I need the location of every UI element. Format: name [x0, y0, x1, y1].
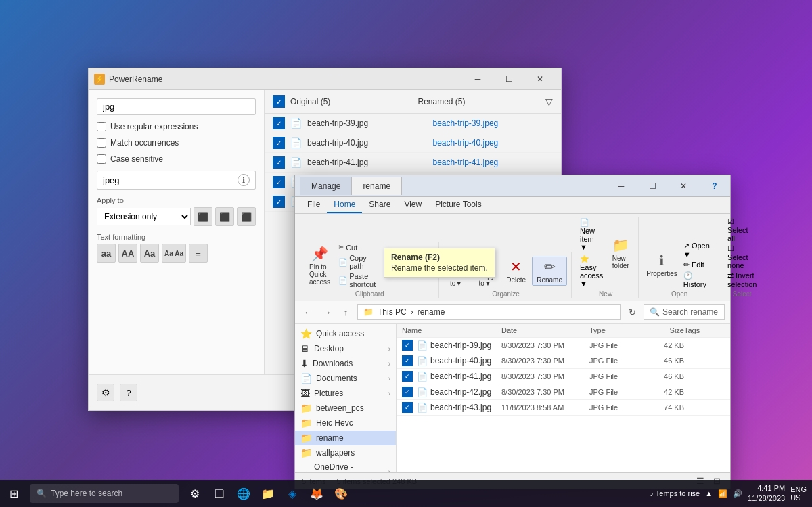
- format-lowercase-button[interactable]: aa: [97, 244, 116, 263]
- format-capitalize-button[interactable]: Aa: [140, 244, 159, 263]
- edit-button[interactable]: ✏ Edit: [681, 260, 715, 270]
- info-button[interactable]: ℹ: [238, 174, 250, 186]
- explorer-address-bar: ← → ↑ 📁 This PC › rename ↻ 🔍 Search rena…: [295, 301, 730, 324]
- table-row[interactable]: ✓ 📄 beach-trip-41.jpg beach-trip-41.jpeg: [265, 153, 561, 173]
- taskbar-date-display: 11/28/2023: [748, 493, 785, 504]
- new-item-button[interactable]: 📄 New item ▼: [577, 217, 606, 252]
- search-box[interactable]: 🔍 Search rename: [644, 304, 725, 320]
- sidebar-item[interactable]: ☁ OneDrive - Personal ›: [295, 460, 396, 472]
- open-icon: ↗: [683, 242, 690, 250]
- table-row[interactable]: ✓ 📄 beach-trip-40.jpg beach-trip-40.jpeg: [265, 133, 561, 153]
- use-regex-checkbox[interactable]: [97, 122, 106, 131]
- format-uppercase-button[interactable]: AA: [118, 244, 137, 263]
- sidebar-item[interactable]: 🖥 Desktop ›: [295, 341, 396, 356]
- help-button[interactable]: ?: [120, 384, 137, 401]
- case-sensitive-checkbox[interactable]: [97, 154, 106, 164]
- format-btn-1[interactable]: ⬛: [194, 207, 212, 226]
- address-path[interactable]: 📁 This PC › rename: [357, 304, 621, 320]
- search-input[interactable]: [103, 102, 250, 112]
- format-titlecase-button[interactable]: Aa Aa: [162, 244, 186, 263]
- explorer-maximize-button[interactable]: ☐: [637, 175, 668, 197]
- filter-icon[interactable]: ▽: [545, 96, 553, 107]
- ribbon-tab-view[interactable]: View: [397, 197, 428, 213]
- sidebar-item[interactable]: 📁 rename: [295, 431, 396, 445]
- taskbar-clock[interactable]: 4:41 PM 11/28/2023: [748, 483, 785, 504]
- paste-shortcut-icon: 📄: [338, 276, 348, 285]
- forward-button[interactable]: →: [319, 305, 334, 319]
- taskbar-vscode-icon[interactable]: ◈: [281, 483, 303, 504]
- ribbon-tab-share[interactable]: Share: [362, 197, 397, 213]
- taskbar-file-explorer-icon[interactable]: 📁: [257, 483, 279, 504]
- table-row[interactable]: ✓ 📄 beach-trip-43.jpg 11/8/2023 8:58 AM …: [397, 400, 730, 416]
- sidebar-item-label: between_pcs: [316, 403, 390, 413]
- replace-input[interactable]: [103, 175, 238, 185]
- file-size: 46 KB: [644, 372, 684, 380]
- start-button[interactable]: ⊞: [0, 480, 27, 507]
- format-btn-2[interactable]: ⬛: [215, 207, 234, 226]
- taskbar-tray-arrow[interactable]: ▲: [705, 489, 713, 498]
- sidebar-item-label: OneDrive - Personal: [314, 462, 384, 472]
- rename-button[interactable]: ✏ Rename: [532, 257, 567, 286]
- taskbar-edge-icon[interactable]: 🌐: [233, 483, 254, 504]
- taskbar-paint-icon[interactable]: 🎨: [330, 483, 352, 504]
- table-row[interactable]: ✓ 📄 beach-trip-40.jpg 8/30/2023 7:30 PM …: [397, 353, 730, 369]
- settings-button[interactable]: ⚙: [97, 384, 114, 401]
- paste-shortcut-button[interactable]: 📄 Paste shortcut: [336, 271, 378, 289]
- taskbar-task-view-icon[interactable]: ❑: [208, 483, 230, 504]
- refresh-button[interactable]: ↻: [625, 305, 639, 319]
- invert-selection-button[interactable]: ⇄ Invert selection: [725, 271, 759, 289]
- sidebar-item[interactable]: 📄 Documents ›: [295, 371, 396, 386]
- taskbar-volume-icon[interactable]: 🔊: [733, 489, 742, 498]
- up-button[interactable]: ↑: [338, 305, 353, 319]
- row-check: ✓: [273, 176, 285, 188]
- format-btn-3[interactable]: ⬛: [237, 207, 256, 226]
- file-icon: 📄: [417, 403, 428, 413]
- file-icon: 📄: [417, 356, 428, 366]
- taskbar-network-icon[interactable]: 📶: [718, 489, 727, 498]
- explorer-tab-rename[interactable]: rename: [352, 177, 402, 195]
- sidebar-item[interactable]: 📁 Heic Hevc: [295, 416, 396, 431]
- copy-path-button[interactable]: 📄 Copy path: [336, 253, 378, 271]
- sidebar-item[interactable]: 🖼 Pictures ›: [295, 386, 396, 401]
- match-occurrences-checkbox[interactable]: [97, 138, 106, 148]
- pin-to-quick-access-button[interactable]: 📌 Pin to Quickaccess: [304, 244, 335, 288]
- sidebar-item[interactable]: ⬇ Downloads ›: [295, 356, 396, 371]
- table-row[interactable]: ✓ 📄 beach-trip-39.jpg 8/30/2023 7:30 PM …: [397, 338, 730, 353]
- taskbar-settings-icon[interactable]: ⚙: [184, 483, 206, 504]
- history-button[interactable]: 🕐 History: [681, 271, 715, 289]
- back-button[interactable]: ←: [300, 305, 315, 319]
- close-button[interactable]: ✕: [524, 68, 556, 90]
- format-other-button[interactable]: ≡: [189, 244, 208, 263]
- maximize-button[interactable]: ☐: [493, 68, 524, 90]
- cut-button[interactable]: ✂ Cut: [336, 242, 378, 252]
- sidebar-item[interactable]: 📁 wallpapers: [295, 445, 396, 460]
- explorer-minimize-button[interactable]: ─: [606, 175, 637, 197]
- explorer-help-button[interactable]: ?: [699, 175, 730, 197]
- table-row[interactable]: ✓ 📄 beach-trip-39.jpg beach-trip-39.jpeg: [265, 114, 561, 133]
- ribbon-tab-picture-tools[interactable]: Picture Tools: [428, 197, 488, 213]
- ribbon-tab-home[interactable]: Home: [327, 197, 362, 213]
- sidebar-expand-arrow: ›: [388, 345, 390, 353]
- text-formatting-label: Text formatting: [97, 233, 256, 241]
- open-button[interactable]: ↗ Open ▼: [681, 241, 715, 259]
- table-row[interactable]: ✓ 📄 beach-trip-41.jpg 8/30/2023 7:30 PM …: [397, 369, 730, 384]
- properties-button[interactable]: ℹ Properties: [644, 250, 679, 280]
- apply-to-select[interactable]: Extension only Name only Name + Extensio…: [97, 208, 191, 225]
- select-none-button[interactable]: ☐ Select none: [725, 244, 759, 270]
- easy-access-button[interactable]: ⭐ Easy access ▼: [577, 253, 606, 289]
- ribbon-tab-file[interactable]: File: [300, 197, 327, 213]
- taskbar-firefox-icon[interactable]: 🦊: [306, 483, 328, 504]
- taskbar-lang[interactable]: ENGUS: [790, 485, 807, 502]
- select-all-button[interactable]: ☑ Select all: [725, 217, 759, 243]
- minimize-button[interactable]: ─: [462, 68, 493, 90]
- taskbar-search[interactable]: 🔍 Type here to search: [30, 484, 179, 503]
- explorer-close-button[interactable]: ✕: [668, 175, 699, 197]
- delete-button[interactable]: ✕ Delete: [501, 257, 531, 286]
- new-item-icon: 📄: [580, 218, 589, 226]
- table-row[interactable]: ✓ 📄 beach-trip-42.jpg 8/30/2023 7:30 PM …: [397, 384, 730, 400]
- sidebar-item[interactable]: 📁 between_pcs: [295, 401, 396, 416]
- explorer-tab-manage[interactable]: Manage: [300, 177, 352, 195]
- sidebar-item[interactable]: ⭐ Quick access: [295, 326, 396, 341]
- new-folder-button[interactable]: 📁 Newfolder: [607, 235, 634, 271]
- renamed-name: beach-trip-40.jpeg: [433, 138, 554, 148]
